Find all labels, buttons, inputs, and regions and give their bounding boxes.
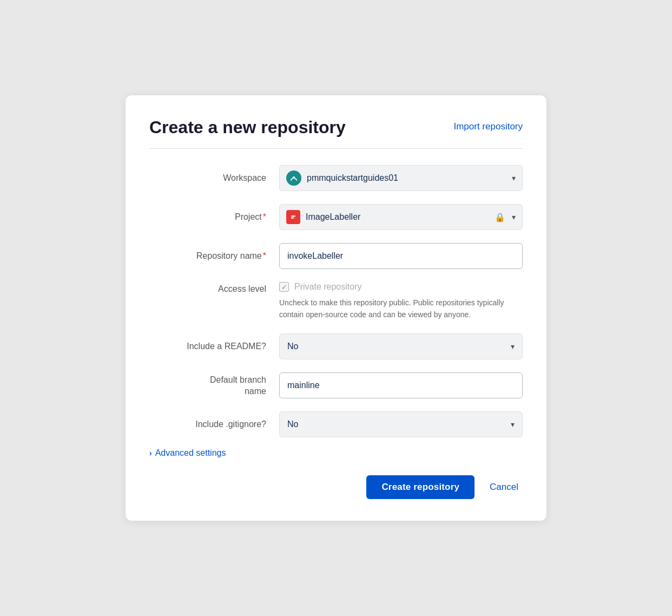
- private-repo-checkbox-row: ✓ Private repository: [279, 282, 523, 292]
- branch-row: Default branch name: [149, 372, 523, 398]
- branch-name-label: Default branch name: [149, 374, 279, 397]
- workspace-avatar: [286, 171, 301, 186]
- readme-control: No ▾: [279, 333, 523, 359]
- svg-rect-3: [291, 215, 295, 217]
- readme-label: Include a README?: [149, 342, 279, 351]
- import-repository-link[interactable]: Import repository: [453, 117, 523, 132]
- advanced-settings-chevron-icon: ›: [149, 449, 152, 457]
- page-title: Create a new repository: [149, 117, 346, 137]
- lock-icon: 🔒: [495, 212, 505, 222]
- branch-name-control: [279, 372, 523, 398]
- svg-rect-4: [291, 218, 294, 219]
- workspace-row: Workspace pmmquickstartguides01 ▾: [149, 165, 523, 191]
- workspace-value: pmmquickstartguides01: [307, 173, 510, 183]
- gitignore-row: Include .gitignore? No ▾: [149, 411, 523, 437]
- project-chevron-icon: ▾: [512, 213, 516, 221]
- workspace-label: Workspace: [149, 173, 279, 183]
- form-section: Workspace pmmquickstartguides01 ▾: [149, 165, 523, 437]
- private-repo-label: Private repository: [294, 282, 362, 292]
- svg-point-1: [293, 176, 295, 179]
- access-level-row: Access level ✓ Private repository Unchec…: [149, 282, 523, 320]
- gitignore-value: No: [287, 420, 509, 429]
- readme-chevron-icon: ▾: [511, 342, 515, 351]
- project-required: *: [263, 212, 266, 221]
- header-divider: [149, 148, 523, 149]
- project-select[interactable]: ImageLabeller 🔒 ▾: [279, 204, 523, 230]
- repository-name-input[interactable]: [279, 243, 523, 269]
- cancel-button[interactable]: Cancel: [485, 475, 523, 499]
- project-control: ImageLabeller 🔒 ▾: [279, 204, 523, 230]
- project-row: Project* ImageLabeller 🔒 ▾: [149, 204, 523, 230]
- workspace-control: pmmquickstartguides01 ▾: [279, 165, 523, 191]
- create-repository-button[interactable]: Create repository: [366, 475, 475, 499]
- workspace-select[interactable]: pmmquickstartguides01 ▾: [279, 165, 523, 191]
- dialog-header: Create a new repository Import repositor…: [149, 117, 523, 137]
- readme-row: Include a README? No ▾: [149, 333, 523, 359]
- dialog-footer: Create repository Cancel: [149, 475, 523, 499]
- project-value: ImageLabeller: [306, 212, 495, 222]
- default-branch-input[interactable]: [279, 372, 523, 398]
- access-description: Uncheck to make this repository public. …: [279, 297, 506, 320]
- checkmark-icon: ✓: [281, 284, 287, 291]
- readme-select[interactable]: No ▾: [279, 333, 523, 359]
- workspace-chevron-icon: ▾: [512, 174, 516, 182]
- repo-name-required: *: [263, 251, 266, 260]
- gitignore-label: Include .gitignore?: [149, 420, 279, 429]
- gitignore-control: No ▾: [279, 411, 523, 437]
- gitignore-chevron-icon: ▾: [511, 420, 515, 429]
- repo-name-label: Repository name*: [149, 251, 279, 261]
- project-label: Project*: [149, 212, 279, 222]
- repo-name-control: [279, 243, 523, 269]
- access-level-control: ✓ Private repository Uncheck to make thi…: [279, 282, 523, 320]
- create-repository-dialog: Create a new repository Import repositor…: [125, 95, 547, 522]
- private-repo-checkbox[interactable]: ✓: [279, 282, 289, 292]
- svg-rect-2: [289, 213, 298, 221]
- readme-value: No: [287, 342, 509, 351]
- access-level-label: Access level: [149, 282, 279, 294]
- repo-name-row: Repository name*: [149, 243, 523, 269]
- project-avatar: [286, 210, 300, 224]
- gitignore-select[interactable]: No ▾: [279, 411, 523, 437]
- advanced-settings-toggle[interactable]: › Advanced settings: [149, 448, 523, 458]
- advanced-settings-label: Advanced settings: [155, 448, 226, 458]
